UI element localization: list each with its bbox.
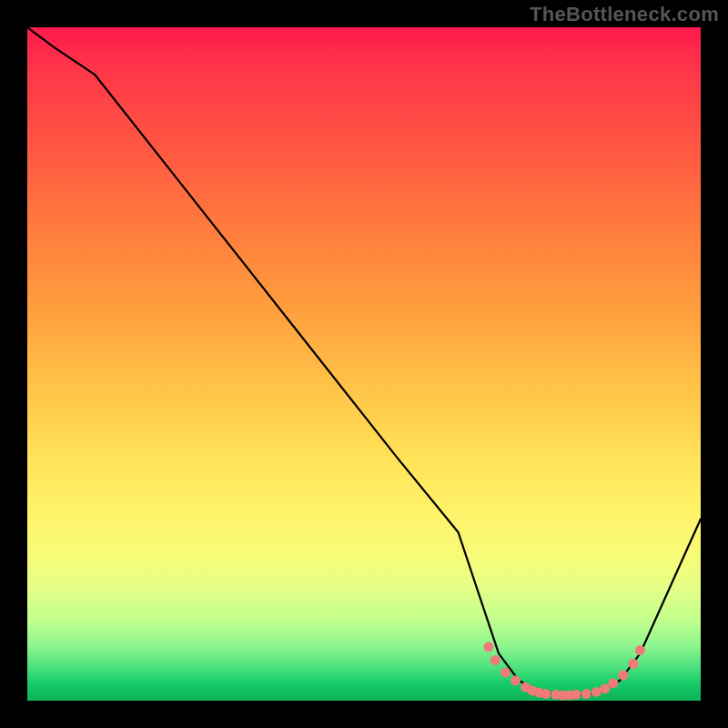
optimal-marker-group <box>483 642 645 700</box>
chart-overlay-svg <box>27 27 701 701</box>
watermark-text: TheBottleneck.com <box>530 3 719 26</box>
optimal-marker-dot <box>629 659 639 669</box>
optimal-marker-dot <box>608 678 618 688</box>
bottleneck-curve-line <box>27 27 701 695</box>
optimal-marker-dot <box>541 689 551 699</box>
optimal-marker-dot <box>592 687 602 697</box>
optimal-marker-dot <box>483 642 493 652</box>
optimal-marker-dot <box>500 667 511 677</box>
optimal-marker-dot <box>635 645 645 655</box>
optimal-marker-dot <box>618 670 628 680</box>
optimal-marker-dot <box>511 675 521 685</box>
optimal-marker-dot <box>581 689 592 699</box>
optimal-marker-dot <box>490 655 500 665</box>
plot-area <box>27 27 701 701</box>
optimal-marker-dot <box>571 690 581 700</box>
chart-frame: TheBottleneck.com <box>0 0 728 728</box>
